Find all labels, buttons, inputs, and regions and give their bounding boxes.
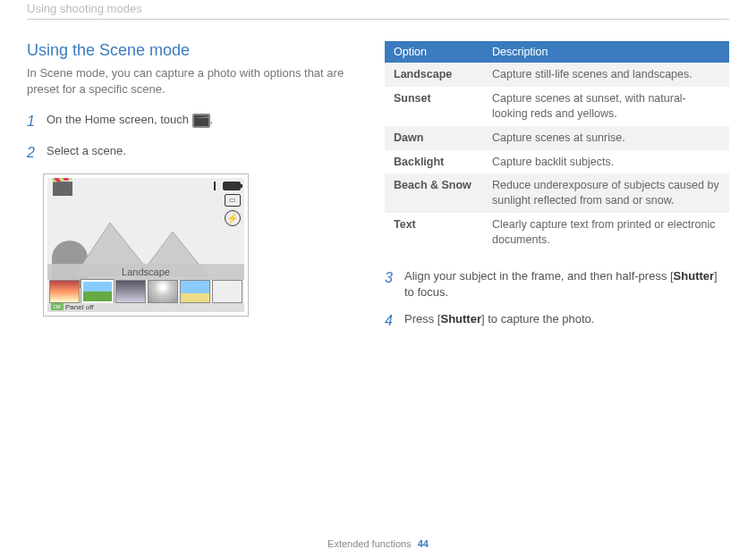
intro-text: In Scene mode, you can capture a photo w… (27, 65, 349, 97)
left-column: Using the Scene mode In Scene mode, you … (27, 41, 349, 342)
table-header-option: Option (385, 41, 483, 63)
step-1: 1 On the Home screen, touch . (27, 112, 349, 131)
step-1-suffix: . (210, 113, 214, 126)
scene-label: Landscape (47, 264, 244, 280)
step-4-suffix: ] to capture the photo. (481, 312, 594, 326)
memory-card-icon: ▭ (225, 194, 241, 207)
scene-thumb-text[interactable] (212, 280, 242, 303)
shutter-label: Shutter (674, 269, 715, 283)
step-3-prefix: Align your subject in the frame, and the… (404, 269, 674, 283)
battery-icon (223, 182, 241, 190)
step-text: Align your subject in the frame, and the… (404, 268, 729, 300)
scene-thumb-sunset[interactable] (49, 280, 80, 303)
description-cell: Capture backlit subjects. (483, 150, 729, 174)
step-number: 1 (27, 112, 39, 131)
signal-bar-icon (214, 182, 216, 190)
clapperboard-icon (53, 182, 72, 196)
page-breadcrumb: Using shooting modes (27, 0, 729, 20)
table-header-description: Description (483, 41, 729, 63)
footer-section: Extended functions (327, 538, 412, 549)
table-row: TextClearly capture text from printed or… (385, 213, 729, 252)
flash-icon: ⚡ (225, 210, 241, 226)
right-column: Option Description LandscapeCapture stil… (385, 41, 729, 342)
step-text: On the Home screen, touch . (47, 112, 213, 128)
scene-thumb-backlight[interactable] (148, 280, 178, 303)
table-row: LandscapeCapture still-life scenes and l… (385, 63, 729, 87)
scene-thumb-landscape[interactable] (81, 280, 114, 303)
bottom-status-strip: OKPanel off (47, 303, 244, 312)
table-row: SunsetCapture scenes at sunset, with nat… (385, 87, 729, 126)
option-cell: Landscape (385, 63, 483, 87)
description-cell: Capture still-life scenes and landscapes… (483, 63, 729, 87)
step-number: 4 (385, 311, 397, 331)
option-cell: Text (385, 213, 483, 252)
option-cell: Sunset (385, 87, 483, 126)
svg-rect-0 (194, 118, 208, 126)
description-cell: Clearly capture text from printed or ele… (483, 213, 729, 252)
section-title: Using the Scene mode (27, 41, 349, 60)
option-cell: Dawn (385, 126, 483, 150)
step-4: 4 Press [Shutter] to capture the photo. (385, 311, 729, 331)
clapperboard-icon (192, 114, 210, 128)
camera-screenshot: ▭ ⚡ Landscape OKPanel off (43, 173, 249, 317)
shutter-label: Shutter (440, 312, 481, 326)
scene-thumb-dawn[interactable] (115, 280, 146, 303)
step-text: Select a scene. (47, 143, 126, 159)
step-1-prefix: On the Home screen, touch (47, 113, 192, 126)
step-number: 2 (27, 143, 39, 163)
ok-badge: OK (51, 303, 64, 310)
svg-rect-1 (194, 115, 208, 118)
table-row: BacklightCapture backlit subjects. (385, 150, 729, 174)
table-row: DawnCapture scenes at sunrise. (385, 126, 729, 150)
footer-page-number: 44 (418, 538, 429, 549)
table-row: Beach & SnowReduce underexposure of subj… (385, 173, 729, 213)
scene-thumb-beach[interactable] (180, 280, 210, 303)
scene-thumbnail-row (47, 280, 244, 303)
option-cell: Backlight (385, 150, 483, 174)
page-footer: Extended functions 44 (0, 538, 756, 549)
option-cell: Beach & Snow (385, 173, 483, 213)
step-4-prefix: Press [ (404, 312, 440, 326)
step-2: 2 Select a scene. (27, 143, 349, 163)
options-table: Option Description LandscapeCapture stil… (385, 41, 729, 252)
panel-off-label: Panel off (65, 303, 93, 311)
step-number: 3 (385, 268, 397, 288)
description-cell: Reduce underexposure of subjects caused … (483, 173, 729, 213)
step-3: 3 Align your subject in the frame, and t… (385, 268, 729, 300)
step-text: Press [Shutter] to capture the photo. (404, 311, 594, 327)
description-cell: Capture scenes at sunset, with natural-l… (483, 87, 729, 126)
description-cell: Capture scenes at sunrise. (483, 126, 729, 150)
mode-icon-corner (53, 182, 72, 196)
